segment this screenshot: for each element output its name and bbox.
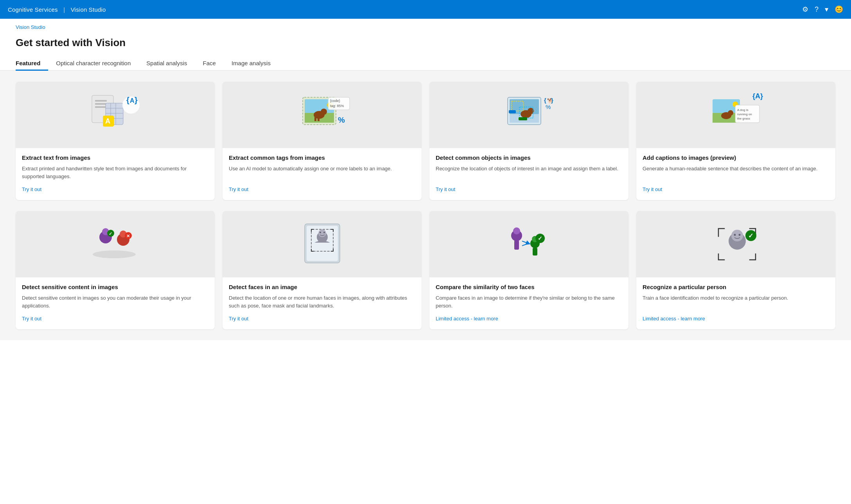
card-detect-sensitive: ✓ ✕ Detect sensitive content in images D…: [16, 211, 215, 329]
svg-text:✓: ✓: [109, 231, 112, 236]
tab-image-analysis[interactable]: Image analysis: [224, 57, 278, 71]
card-link-add-captions[interactable]: Try it out: [643, 186, 829, 192]
topnav-icons: ⚙ ? ▾ 😊: [802, 5, 843, 14]
tabs-area: Featured Optical character recognition S…: [0, 49, 851, 71]
svg-rect-74: [533, 248, 537, 256]
settings-icon[interactable]: ⚙: [802, 5, 808, 14]
card-desc-recognize-person: Train a face identification model to rec…: [643, 294, 829, 309]
card-illustration-add-captions: A dog is running on the grass {A}: [636, 82, 835, 148]
cards-grid-row1: { A } A Extract text from images Extract…: [0, 71, 851, 211]
card-link-compare-faces[interactable]: Limited access - learn more: [436, 316, 622, 322]
card-body-compare-faces: Compare the similarity of two faces Comp…: [429, 277, 628, 329]
svg-point-61: [93, 250, 136, 258]
card-title-extract-tags: Extract common tags from images: [229, 154, 415, 161]
svg-text:{A}: {A}: [752, 92, 763, 100]
svg-text:}: }: [551, 97, 553, 104]
dropdown-icon[interactable]: ▾: [825, 5, 828, 14]
svg-point-22: [321, 109, 327, 115]
card-title-detect-objects: Detect common objects in images: [436, 154, 622, 161]
card-desc-extract-text: Extract printed and handwritten style te…: [22, 165, 208, 180]
svg-rect-1: [95, 100, 107, 102]
svg-point-80: [738, 234, 740, 236]
card-title-compare-faces: Compare the similarity of two faces: [436, 284, 622, 290]
svg-rect-24: [318, 117, 320, 121]
app-name: Vision Studio: [71, 6, 106, 13]
card-compare-faces: ✓ Compare the similarity of two faces Co…: [429, 211, 628, 329]
card-body-extract-tags: Extract common tags from images Use an A…: [223, 148, 422, 200]
card-illustration-extract-text: { A } A: [16, 82, 215, 148]
card-title-extract-text: Extract text from images: [22, 154, 208, 161]
card-desc-detect-sensitive: Detect sensitive content in images so yo…: [22, 294, 208, 309]
card-desc-compare-faces: Compare faces in an image to determine i…: [436, 294, 622, 309]
svg-point-79: [734, 234, 736, 236]
svg-text:running on: running on: [737, 113, 752, 116]
svg-text:{code}: {code}: [330, 99, 340, 103]
tab-ocr[interactable]: Optical character recognition: [48, 57, 138, 71]
svg-text:✕: ✕: [126, 234, 130, 238]
card-link-extract-tags[interactable]: Try it out: [229, 186, 415, 192]
svg-text:%: %: [546, 104, 551, 110]
card-link-extract-text[interactable]: Try it out: [22, 186, 208, 192]
card-link-detect-sensitive[interactable]: Try it out: [22, 316, 208, 322]
svg-text:{: {: [126, 96, 129, 104]
svg-rect-41: [519, 117, 527, 120]
breadcrumb-area: Vision Studio: [0, 19, 851, 30]
tab-featured[interactable]: Featured: [16, 57, 48, 71]
svg-text:A dog is: A dog is: [737, 108, 748, 112]
page-title: Get started with Vision: [16, 37, 835, 49]
card-desc-detect-faces: Detect the location of one or more human…: [229, 294, 415, 309]
svg-rect-71: [514, 240, 519, 250]
app-brand: Cognitive Services | Vision Studio: [8, 6, 106, 13]
tab-face[interactable]: Face: [195, 57, 224, 71]
card-desc-detect-objects: Recognize the location of objects of int…: [436, 165, 622, 180]
svg-text:{: {: [544, 97, 546, 104]
card-illustration-detect-faces: [223, 211, 422, 277]
card-desc-add-captions: Generate a human-readable sentence that …: [643, 165, 829, 180]
card-recognize-person: ✓ Recognize a particular person Train a …: [636, 211, 835, 329]
svg-text:✓: ✓: [538, 235, 542, 241]
card-body-recognize-person: Recognize a particular person Train a fa…: [636, 277, 835, 329]
card-illustration-extract-tags: {code} tag: 85% %: [223, 82, 422, 148]
brand-separator: |: [63, 6, 65, 13]
card-link-detect-objects[interactable]: Try it out: [436, 186, 622, 192]
brand-name: Cognitive Services: [8, 6, 58, 13]
card-illustration-detect-sensitive: ✓ ✕: [16, 211, 215, 277]
svg-point-78: [731, 230, 743, 241]
svg-text:✓: ✓: [748, 232, 753, 239]
card-title-detect-sensitive: Detect sensitive content in images: [22, 284, 208, 290]
card-title-add-captions: Add captions to images (preview): [643, 154, 829, 161]
card-link-recognize-person[interactable]: Limited access - learn more: [643, 316, 829, 322]
svg-rect-3: [95, 106, 106, 108]
svg-rect-40: [509, 110, 516, 113]
card-add-captions: A dog is running on the grass {A} Add ca…: [636, 82, 835, 200]
card-body-add-captions: Add captions to images (preview) Generat…: [636, 148, 835, 200]
card-extract-text: { A } A Extract text from images Extract…: [16, 82, 215, 200]
card-link-detect-faces[interactable]: Try it out: [229, 316, 415, 322]
card-title-recognize-person: Recognize a particular person: [643, 284, 829, 290]
top-navigation: Cognitive Services | Vision Studio ⚙ ? ▾…: [0, 0, 851, 19]
svg-text:%: %: [338, 116, 345, 124]
svg-rect-23: [314, 117, 316, 121]
card-desc-extract-tags: Use an AI model to automatically assign …: [229, 165, 415, 180]
svg-text:A: A: [130, 97, 135, 104]
svg-text:tag: 85%: tag: 85%: [330, 104, 344, 108]
card-title-detect-faces: Detect faces in an image: [229, 284, 415, 290]
cards-grid-row2: ✓ ✕ Detect sensitive content in images D…: [0, 211, 851, 340]
card-illustration-recognize-person: ✓: [636, 211, 835, 277]
card-detect-faces: Detect faces in an image Detect the loca…: [223, 211, 422, 329]
tab-spatial[interactable]: Spatial analysis: [138, 57, 195, 71]
card-body-detect-faces: Detect faces in an image Detect the loca…: [223, 277, 422, 329]
help-icon[interactable]: ?: [815, 5, 819, 14]
svg-point-67: [320, 232, 321, 233]
svg-point-66: [318, 229, 326, 237]
profile-icon[interactable]: 😊: [835, 5, 843, 14]
card-detect-objects: { 🐕 } % Detect common objects in images …: [429, 82, 628, 200]
card-illustration-detect-objects: { 🐕 } %: [429, 82, 628, 148]
card-body-detect-sensitive: Detect sensitive content in images Detec…: [16, 277, 215, 329]
breadcrumb-link[interactable]: Vision Studio: [16, 24, 45, 30]
svg-point-70: [513, 227, 520, 234]
card-body-extract-text: Extract text from images Extract printed…: [16, 148, 215, 200]
svg-text:the grass: the grass: [737, 117, 750, 120]
svg-point-47: [728, 110, 733, 116]
svg-text:A: A: [105, 117, 110, 125]
